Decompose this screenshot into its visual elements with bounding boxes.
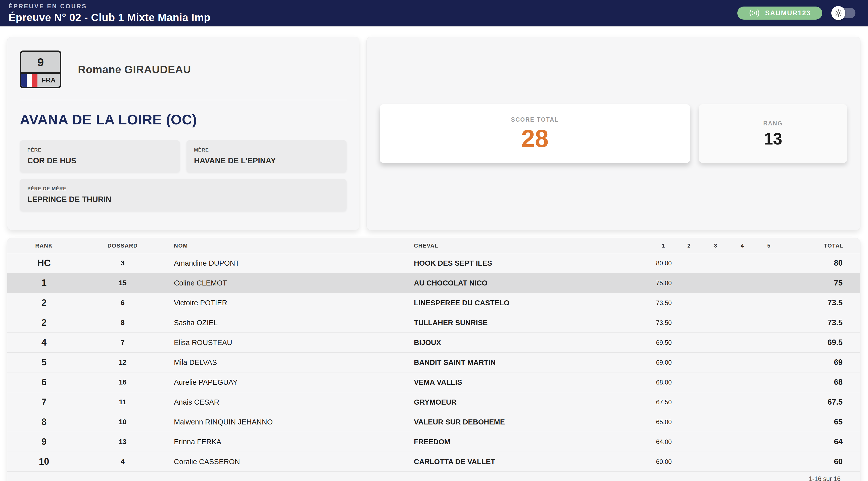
cell-nom: Anais CESAR (165, 398, 407, 407)
event-title: Épreuve N° 02 - Club 1 Mixte Mania Imp (8, 11, 211, 24)
rank-value: 13 (764, 130, 782, 147)
cell-total: 64 (834, 437, 860, 446)
table-row[interactable]: HC3Amandine DUPONTHOOK DES SEPT ILES80.0… (7, 253, 860, 273)
horse-name: AVANA DE LA LOIRE (OC) (20, 111, 346, 128)
cell-nom: Coralie CASSERON (165, 458, 407, 466)
bib-number: 9 (21, 52, 60, 73)
cell-total: 80 (834, 259, 860, 268)
column-header-total[interactable]: TOTAL (824, 242, 860, 249)
cell-rank: HC (37, 258, 51, 268)
table-row[interactable]: 711Anais CESARGRYMOEUR67.5067.5 (7, 392, 860, 412)
pedigree-damsire-box: PÈRE DE MÈRE LEPRINCE DE THURIN (20, 179, 346, 211)
cell-dossard: 4 (121, 458, 125, 466)
table-row[interactable]: 512Mila DELVASBANDIT SAINT MARTIN69.0069 (7, 353, 860, 372)
cell-total: 60 (834, 457, 860, 466)
column-header-cheval[interactable]: CHEVAL (407, 242, 609, 249)
column-header-judge-5[interactable]: 5 (767, 242, 771, 249)
bib-country-strip: FRA (21, 73, 60, 87)
pedigree-grid: PÈRE COR DE HUS MÈRE HAVANE DE L'EPINAY … (20, 140, 346, 211)
card-divider (20, 100, 346, 100)
cell-rank: 2 (41, 318, 47, 328)
cell-nom: Sasha OZIEL (165, 319, 407, 327)
column-header-judge-4[interactable]: 4 (741, 242, 744, 249)
cell-s1: 69.50 (656, 339, 676, 346)
cell-dossard: 15 (119, 279, 126, 287)
table-row[interactable]: 810Maiwenn RINQUIN JEHANNOVALEUR SUR DEB… (7, 412, 860, 432)
current-rider-section: 9 FRA Romane GIRAUDEAU AVANA DE LA LOIRE… (7, 37, 861, 230)
dam-label: MÈRE (194, 147, 339, 153)
dam-value: HAVANE DE L'EPINAY (194, 156, 339, 166)
results-table: RANK DOSSARD NOM CHEVAL 1 2 3 4 5 TOTAL … (7, 238, 861, 481)
rank-card: RANG 13 (699, 104, 847, 163)
table-row[interactable]: 26Victoire POTIERLINESPEREE DU CASTELO73… (7, 293, 860, 313)
cell-nom: Amandine DUPONT (165, 259, 407, 267)
cell-s1: 67.50 (656, 398, 676, 406)
column-header-judge-3[interactable]: 3 (714, 242, 717, 249)
cell-s1: 68.00 (656, 379, 676, 386)
rank-label: RANG (763, 120, 783, 127)
cell-rank: 7 (41, 397, 47, 408)
cell-total: 75 (834, 278, 860, 288)
cell-rank: 4 (41, 337, 47, 348)
table-row[interactable]: 47Elisa ROUSTEAUBIJOUX69.5069.5 (7, 333, 860, 353)
cell-cheval: BIJOUX (407, 338, 609, 347)
cell-cheval: CARLOTTA DE VALLET (407, 458, 609, 466)
cell-dossard: 8 (121, 319, 125, 327)
cell-rank: 1 (41, 278, 47, 288)
cell-total: 68 (834, 378, 860, 387)
table-row[interactable]: 616Aurelie PAPEGUAYVEMA VALLIS68.0068 (7, 372, 860, 392)
rider-identity: 9 FRA Romane GIRAUDEAU (20, 51, 346, 88)
cell-cheval: VEMA VALLIS (407, 378, 609, 387)
cell-s1: 73.50 (656, 299, 676, 307)
table-header-row: RANK DOSSARD NOM CHEVAL 1 2 3 4 5 TOTAL (7, 238, 860, 253)
rider-card: 9 FRA Romane GIRAUDEAU AVANA DE LA LOIRE… (7, 37, 359, 230)
cell-dossard: 10 (119, 418, 126, 426)
table-row[interactable]: 104Coralie CASSERONCARLOTTA DE VALLET60.… (7, 452, 860, 472)
column-header-judge-2[interactable]: 2 (687, 242, 691, 249)
country-code: FRA (37, 73, 60, 87)
cell-nom: Elisa ROUSTEAU (165, 338, 407, 347)
cell-dossard: 3 (121, 259, 125, 267)
damsire-value: LEPRINCE DE THURIN (27, 195, 339, 204)
table-footer: 1-16 sur 16 (7, 472, 860, 481)
pedigree-sire-box: PÈRE COR DE HUS (20, 140, 180, 172)
cell-dossard: 16 (119, 378, 126, 386)
pedigree-dam-box: MÈRE HAVANE DE L'EPINAY (186, 140, 346, 172)
france-flag-icon (21, 73, 37, 87)
cell-total: 69 (834, 358, 860, 367)
table-row[interactable]: 28Sasha OZIELTULLAHER SUNRISE73.5073.5 (7, 313, 860, 333)
column-header-dossard[interactable]: DOSSARD (107, 242, 138, 249)
score-total-value: 28 (521, 126, 549, 151)
event-info: ÉPREUVE EN COURS Épreuve N° 02 - Club 1 … (8, 3, 211, 24)
theme-toggle[interactable] (833, 8, 856, 18)
pagination-label: 1-16 sur 16 (809, 475, 841, 481)
cell-rank: 8 (41, 417, 47, 427)
cell-nom: Maiwenn RINQUIN JEHANNO (165, 418, 407, 426)
column-header-rank[interactable]: RANK (35, 242, 53, 249)
column-header-nom[interactable]: NOM (165, 242, 407, 249)
cell-cheval: HOOK DES SEPT ILES (407, 259, 609, 267)
sire-value: COR DE HUS (27, 156, 173, 166)
table-body: HC3Amandine DUPONTHOOK DES SEPT ILES80.0… (7, 253, 860, 472)
cell-s1: 64.00 (656, 438, 676, 446)
cell-nom: Coline CLEMOT (165, 279, 407, 287)
theme-toggle-knob (831, 6, 845, 20)
cell-dossard: 12 (119, 358, 126, 366)
score-panel: SCORE TOTAL 28 RANG 13 (366, 37, 861, 230)
cell-rank: 10 (39, 456, 49, 467)
bib-badge: 9 FRA (20, 51, 61, 88)
cell-cheval: GRYMOEUR (407, 398, 609, 407)
broadcast-icon (749, 9, 760, 17)
cell-total: 65 (834, 417, 860, 426)
live-session-badge[interactable]: SAUMUR123 (737, 6, 822, 20)
cell-cheval: AU CHOCOLAT NICO (407, 279, 609, 287)
cell-cheval: BANDIT SAINT MARTIN (407, 358, 609, 367)
cell-rank: 9 (41, 437, 47, 447)
cell-s1: 69.00 (656, 359, 676, 366)
cell-rank: 2 (41, 298, 47, 308)
column-header-judge-1[interactable]: 1 (662, 242, 676, 249)
cell-nom: Erinna FERKA (165, 438, 407, 446)
table-row[interactable]: 115Coline CLEMOTAU CHOCOLAT NICO75.0075 (7, 273, 860, 293)
cell-s1: 60.00 (656, 458, 676, 465)
table-row[interactable]: 913Erinna FERKAFREEDOM64.0064 (7, 432, 860, 452)
